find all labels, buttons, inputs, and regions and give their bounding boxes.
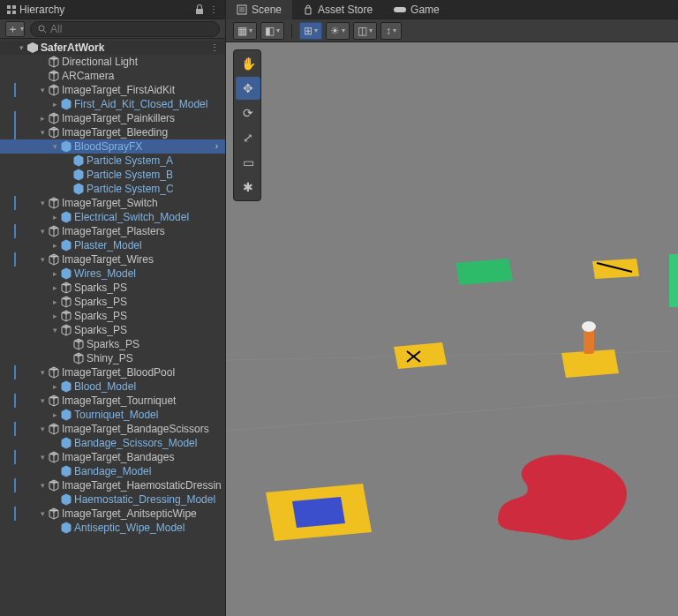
foldout-icon[interactable]: ▸: [49, 295, 60, 309]
tree-item-label: First_Aid_Kit_Closed_Model: [74, 97, 207, 111]
tree-row[interactable]: ▾ImageTarget_Plasters: [0, 224, 225, 238]
draw-mode-dropdown[interactable]: ◧▾: [260, 22, 284, 40]
foldout-icon[interactable]: ▸: [49, 408, 60, 422]
foldout-icon[interactable]: ▸: [49, 238, 60, 252]
lighting-toggle[interactable]: ☀▾: [326, 22, 350, 40]
tree-row[interactable]: ▾ImageTarget_Bandages: [0, 450, 225, 464]
svg-rect-9: [394, 7, 406, 12]
hierarchy-search[interactable]: [30, 21, 220, 37]
foldout-icon[interactable]: ▾: [37, 83, 48, 97]
tree-row[interactable]: ▾ImageTarget_Bleeding: [0, 125, 225, 139]
svg-marker-13: [592, 259, 639, 279]
tree-row[interactable]: ▾ImageTarget_Tourniquet: [0, 394, 225, 408]
hierarchy-tree[interactable]: ▾ SaferAtWork ⋮ Directional LightARCamer…: [0, 39, 225, 616]
foldout-icon[interactable]: ▸: [49, 97, 60, 111]
tab-game[interactable]: Game: [383, 0, 450, 19]
foldout-icon[interactable]: ▾: [37, 365, 48, 379]
override-bar: [14, 224, 16, 238]
tree-item-label: Sparks_PS: [74, 323, 127, 337]
tree-row[interactable]: Sparks_PS: [0, 337, 225, 351]
tree-item-label: Plaster_Model: [74, 238, 142, 252]
foldout-icon[interactable]: ▾: [37, 252, 48, 267]
search-input[interactable]: [50, 23, 212, 35]
tree-row[interactable]: Particle System_C: [0, 182, 225, 196]
lock-icon[interactable]: [195, 4, 204, 15]
tree-row[interactable]: ▸Tourniquet_Model: [0, 408, 225, 422]
shading-mode-dropdown[interactable]: ▦▾: [233, 22, 257, 40]
foldout-icon[interactable]: ▸: [49, 309, 60, 323]
foldout-icon[interactable]: ▾: [37, 125, 48, 139]
tree-row[interactable]: Antiseptic_Wipe_Model: [0, 521, 225, 535]
tree-row[interactable]: ▸Plaster_Model: [0, 238, 225, 252]
foldout-icon[interactable]: ▸: [37, 111, 48, 125]
hierarchy-tab-bar: Hierarchy ⋮: [0, 0, 225, 19]
tree-item-label: Electrical_Switch_Model: [74, 210, 189, 224]
scene-menu-icon[interactable]: ⋮: [210, 41, 220, 55]
tree-row[interactable]: Particle System_B: [0, 168, 225, 182]
tree-row[interactable]: Haemostatic_Dressing_Model: [0, 492, 225, 507]
gameobject-icon: [48, 56, 60, 68]
foldout-icon[interactable]: ▸: [49, 267, 60, 281]
tree-row[interactable]: ▾ImageTarget_BandageScissors: [0, 422, 225, 436]
foldout-icon[interactable]: ▾: [49, 323, 60, 337]
foldout-icon[interactable]: ▾: [37, 478, 48, 492]
create-button[interactable]: ＋▾: [5, 21, 25, 37]
override-bar: [14, 394, 16, 408]
tab-asset-store[interactable]: Asset Store: [292, 0, 383, 19]
tree-row[interactable]: ▾ImageTarget_AnitsepticWipe: [0, 507, 225, 521]
tree-row[interactable]: ▾ImageTarget_BloodPool: [0, 365, 225, 379]
open-prefab-icon[interactable]: ›: [215, 139, 218, 154]
foldout-icon[interactable]: ▾: [37, 224, 48, 238]
fx-toggle[interactable]: ↕▾: [380, 22, 402, 40]
tree-row[interactable]: ▸Blood_Model: [0, 379, 225, 394]
tree-row[interactable]: ▸Sparks_PS: [0, 309, 225, 323]
bag-icon: [303, 4, 313, 15]
tree-row[interactable]: ▸ImageTarget_Painkillers: [0, 111, 225, 125]
tree-row[interactable]: ▾ImageTarget_Switch: [0, 196, 225, 210]
svg-marker-16: [394, 342, 447, 369]
tree-row[interactable]: Shiny_PS: [0, 351, 225, 365]
hierarchy-tab[interactable]: Hierarchy: [7, 4, 64, 16]
foldout-icon[interactable]: ▸: [49, 379, 60, 394]
foldout-icon[interactable]: ▸: [49, 281, 60, 295]
foldout-icon[interactable]: ▾: [37, 422, 48, 436]
tree-row[interactable]: ▾Sparks_PS: [0, 323, 225, 337]
svg-marker-21: [292, 497, 345, 528]
svg-rect-1: [12, 5, 16, 9]
tree-row[interactable]: ▾ImageTarget_FirstAidKit: [0, 83, 225, 97]
tree-row[interactable]: Bandage_Scissors_Model: [0, 436, 225, 450]
tree-item-label: Sparks_PS: [74, 295, 127, 309]
tree-row[interactable]: ▾BloodSprayFX›: [0, 139, 225, 154]
tree-row[interactable]: Directional Light: [0, 55, 225, 69]
2d-toggle[interactable]: ⊞▾: [299, 22, 322, 40]
tree-item-label: ImageTarget_Plasters: [62, 224, 165, 238]
panel-menu-icon[interactable]: ⋮: [209, 4, 218, 14]
tab-label: Asset Store: [318, 4, 373, 16]
tree-row[interactable]: ▸Wires_Model: [0, 267, 225, 281]
tree-row[interactable]: Bandage_Model: [0, 464, 225, 478]
tree-row[interactable]: ▾ImageTarget_Wires: [0, 252, 225, 267]
tree-row[interactable]: ▸First_Aid_Kit_Closed_Model: [0, 97, 225, 111]
svg-rect-15: [669, 254, 678, 307]
tab-scene[interactable]: Scene: [226, 0, 292, 19]
scene-view[interactable]: ✋✥⟳⤢▭✱: [226, 42, 678, 616]
foldout-icon[interactable]: ▸: [49, 210, 60, 224]
scene-icon: [237, 4, 247, 15]
tree-row[interactable]: ▸Sparks_PS: [0, 295, 225, 309]
foldout-icon[interactable]: ▾: [16, 41, 26, 55]
prefab-icon: [60, 239, 72, 252]
tree-row[interactable]: ▾ImageTarget_HaemostaticDressin: [0, 478, 225, 492]
tree-row[interactable]: Particle System_A: [0, 154, 225, 168]
tree-row[interactable]: ▸Electrical_Switch_Model: [0, 210, 225, 224]
foldout-icon[interactable]: ▾: [37, 394, 48, 408]
tree-row[interactable]: ▸Sparks_PS: [0, 281, 225, 295]
tree-row[interactable]: ARCamera: [0, 69, 225, 83]
audio-toggle[interactable]: ◫▾: [353, 22, 377, 40]
tree-item-label: Wires_Model: [74, 267, 136, 281]
foldout-icon[interactable]: ▾: [49, 139, 60, 154]
foldout-icon[interactable]: ▾: [37, 450, 48, 464]
tab-label: Game: [411, 4, 440, 16]
scene-row[interactable]: ▾ SaferAtWork ⋮: [0, 41, 225, 55]
foldout-icon[interactable]: ▾: [37, 507, 48, 521]
foldout-icon[interactable]: ▾: [37, 196, 48, 210]
